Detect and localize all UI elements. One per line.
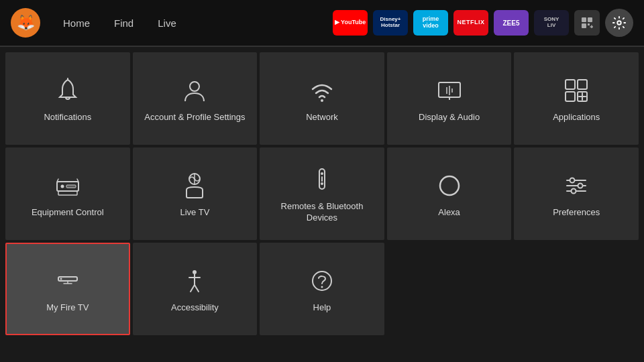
svg-rect-16 [566, 80, 575, 89]
settings-help[interactable]: Help [260, 243, 384, 335]
logo[interactable]: 🦊 [11, 8, 40, 38]
prime-shortcut[interactable]: primevideo [413, 10, 448, 36]
svg-point-9 [321, 99, 323, 102]
notifications-icon [53, 76, 83, 105]
settings-display-audio[interactable]: Display & Audio [387, 52, 512, 145]
svg-point-34 [440, 176, 459, 195]
accessibility-label: Accessibility [171, 302, 219, 314]
preferences-label: Preferences [553, 207, 600, 219]
nav-live[interactable]: Live [146, 12, 189, 34]
live-tv-icon [180, 171, 209, 200]
disney-label: Disney+Hotstar [380, 17, 401, 29]
notifications-label: Notifications [44, 112, 91, 123]
help-icon [307, 266, 337, 296]
app-grid-button[interactable] [574, 10, 600, 36]
settings-live-tv[interactable]: Live TV [133, 147, 258, 240]
gear-icon [612, 15, 627, 30]
svg-point-38 [570, 178, 575, 182]
settings-applications[interactable]: Applications [514, 52, 639, 145]
display-audio-icon [435, 76, 464, 105]
network-icon [307, 76, 337, 105]
sonyliv-shortcut[interactable]: SONYLIV [534, 10, 569, 36]
help-label: Help [313, 302, 331, 314]
disney-shortcut[interactable]: Disney+Hotstar [373, 10, 408, 36]
top-navigation: 🦊 Home Find Live ▶ YouTube Disney+Hotsta… [0, 0, 644, 46]
svg-point-24 [60, 184, 64, 188]
applications-label: Applications [553, 112, 600, 123]
netflix-shortcut[interactable]: NETFLIX [453, 10, 488, 36]
settings-account[interactable]: Account & Profile Settings [133, 52, 258, 145]
svg-point-6 [617, 21, 621, 25]
equipment-control-label: Equipment Control [32, 207, 104, 219]
alexa-label: Alexa [438, 207, 460, 219]
account-label: Account & Profile Settings [144, 112, 245, 123]
svg-point-8 [190, 82, 199, 91]
equipment-control-icon [53, 171, 83, 200]
logo-icon: 🦊 [17, 14, 35, 32]
my-fire-tv-label: My Fire TV [46, 302, 89, 314]
svg-line-49 [195, 285, 199, 292]
app-shortcuts: ▶ YouTube Disney+Hotstar primevideo NETF… [333, 9, 633, 37]
svg-rect-3 [588, 23, 590, 25]
svg-point-39 [578, 183, 583, 188]
prime-label: primevideo [423, 16, 439, 29]
svg-point-31 [321, 172, 323, 175]
account-icon [180, 76, 209, 105]
settings-accessibility[interactable]: Accessibility [133, 243, 258, 335]
settings-preferences[interactable]: Preferences [514, 147, 639, 240]
alexa-icon [435, 171, 464, 200]
preferences-icon [561, 171, 591, 200]
remotes-bluetooth-icon [307, 165, 337, 194]
nav-links: Home Find Live [51, 12, 189, 34]
svg-point-33 [321, 182, 323, 185]
remotes-bluetooth-label: Remotes & Bluetooth Devices [265, 201, 379, 224]
settings-button[interactable] [605, 9, 633, 37]
youtube-shortcut[interactable]: ▶ YouTube [333, 10, 368, 36]
applications-icon [561, 76, 591, 105]
settings-network[interactable]: Network [260, 52, 384, 145]
accessibility-icon [180, 266, 209, 296]
settings-equipment-control[interactable]: Equipment Control [5, 147, 130, 240]
svg-point-42 [60, 278, 62, 280]
svg-rect-0 [582, 17, 586, 22]
svg-rect-17 [578, 80, 587, 89]
nav-find[interactable]: Find [102, 12, 146, 34]
youtube-label: ▶ YouTube [335, 19, 366, 26]
svg-point-51 [321, 286, 323, 288]
svg-rect-2 [582, 23, 586, 28]
display-audio-label: Display & Audio [419, 112, 480, 123]
nav-home[interactable]: Home [51, 12, 102, 34]
svg-rect-25 [66, 185, 76, 188]
settings-alexa[interactable]: Alexa [387, 147, 512, 240]
svg-rect-1 [588, 17, 592, 22]
my-fire-tv-icon [53, 266, 83, 296]
settings-my-fire-tv[interactable]: My Fire TV [5, 243, 130, 335]
svg-point-40 [572, 188, 576, 193]
zee5-shortcut[interactable]: ZEE5 [494, 10, 529, 36]
settings-remotes-bluetooth[interactable]: Remotes & Bluetooth Devices [260, 147, 384, 240]
live-tv-label: Live TV [180, 207, 209, 219]
sonyliv-label: SONYLIV [544, 17, 559, 29]
svg-line-48 [191, 285, 195, 292]
svg-rect-18 [566, 92, 575, 101]
grid-icon [580, 16, 594, 29]
network-label: Network [306, 112, 338, 123]
netflix-label: NETFLIX [458, 19, 485, 26]
settings-grid: Notifications Account & Profile Settings… [0, 47, 644, 341]
zee5-label: ZEE5 [502, 19, 519, 27]
settings-notifications[interactable]: Notifications [5, 52, 130, 145]
